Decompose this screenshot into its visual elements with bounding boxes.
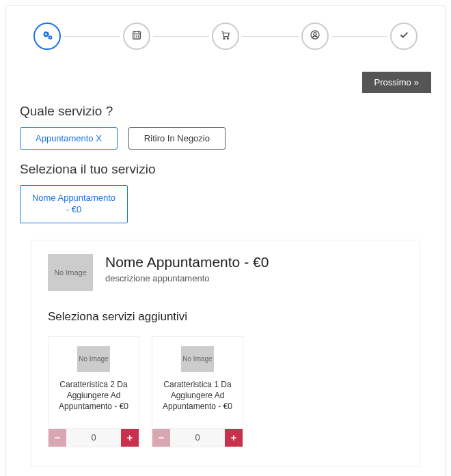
service-type-appuntamento[interactable]: Appuntamento X	[20, 127, 118, 150]
svg-point-7	[223, 38, 225, 39]
svg-point-10	[314, 33, 316, 36]
extra-item: No Image Caratteristica 2 Da Aggiungere …	[48, 336, 139, 447]
qty-decrement[interactable]: −	[152, 429, 170, 447]
qty-decrement[interactable]: −	[49, 429, 66, 447]
extra-image-placeholder: No Image	[181, 346, 214, 372]
calendar-icon	[131, 29, 142, 43]
chevron-right-icon: »	[414, 77, 419, 87]
service-detail-title: Nome Appuntamento - €0	[105, 254, 269, 270]
gears-icon	[42, 29, 53, 43]
quantity-stepper: − 0 +	[152, 428, 243, 447]
step-connector	[331, 36, 388, 37]
quantity-stepper: − 0 +	[49, 428, 139, 447]
svg-point-8	[227, 38, 228, 39]
service-option[interactable]: Nome Appuntamento - €0	[20, 185, 128, 223]
step-confirm[interactable]	[390, 23, 418, 50]
step-connector	[242, 36, 299, 37]
step-settings[interactable]	[33, 23, 61, 50]
step-connector	[64, 36, 120, 37]
service-question-title: Quale servizio ?	[20, 104, 431, 119]
step-connector	[153, 36, 210, 37]
qty-value: 0	[170, 429, 225, 447]
service-type-ritiro[interactable]: Ritiro In Negozio	[128, 127, 226, 150]
service-detail-description: descrizione appuntamento	[105, 273, 269, 283]
extras-title: Seleziona servizi aggiuntivi	[48, 310, 403, 324]
select-service-title: Seleziona il tuo servizio	[20, 162, 431, 177]
service-detail-text: Nome Appuntamento - €0 descrizione appun…	[105, 254, 269, 283]
step-cart[interactable]	[212, 23, 239, 50]
cart-icon	[220, 29, 231, 43]
user-icon	[310, 29, 320, 43]
extra-item-label: Caratteristica 2 Da Aggiungere Ad Appunt…	[54, 379, 133, 420]
service-detail-header: No Image Nome Appuntamento - €0 descrizi…	[48, 254, 403, 291]
next-label: Prossimo	[374, 77, 411, 87]
service-image-placeholder: No Image	[48, 254, 93, 291]
service-type-options: Appuntamento X Ritiro In Negozio	[20, 127, 431, 150]
qty-increment[interactable]: +	[225, 429, 243, 447]
wizard-content: Prossimo » Quale servizio ? Appuntamento…	[6, 72, 445, 476]
extra-image-placeholder: No Image	[77, 346, 110, 372]
top-actions: Prossimo »	[20, 72, 431, 93]
booking-wizard: Prossimo » Quale servizio ? Appuntamento…	[5, 5, 446, 476]
svg-rect-0	[133, 31, 140, 39]
stepper	[6, 6, 445, 66]
extras-list: No Image Caratteristica 2 Da Aggiungere …	[48, 336, 403, 447]
step-user[interactable]	[301, 23, 329, 50]
qty-increment[interactable]: +	[121, 429, 139, 447]
extra-item-label: Caratteristica 1 Da Aggiungere Ad Appunt…	[158, 379, 237, 420]
extra-item: No Image Caratteristica 1 Da Aggiungere …	[152, 336, 243, 447]
next-button-top[interactable]: Prossimo »	[362, 72, 431, 93]
check-icon	[398, 29, 409, 43]
service-detail-card: No Image Nome Appuntamento - €0 descrizi…	[31, 240, 420, 467]
step-calendar[interactable]	[123, 23, 150, 50]
qty-value: 0	[66, 429, 121, 447]
